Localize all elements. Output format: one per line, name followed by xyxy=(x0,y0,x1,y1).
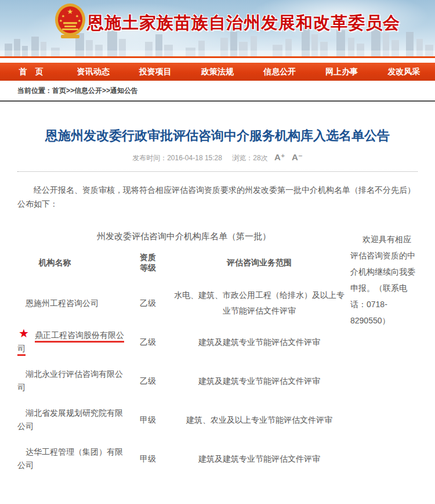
intro-paragraph: 经公开报名、资质审核，现将符合相应评估咨询资质要求的州发改委第一批中介机构名单（… xyxy=(17,183,418,211)
svg-text:★: ★ xyxy=(61,14,65,18)
org-table-body: 恩施州工程咨询公司乙级水电、建筑、市政公用工程（给排水）及以上专业节能评估文件评… xyxy=(17,284,350,478)
side-note: 欢迎具有相应评估咨询资质的中介机构继续向我委申报。（联系电话：0718-8290… xyxy=(350,231,418,329)
org-name: 湖北永业行评估咨询有限公司 xyxy=(17,369,123,392)
site-banner: ★ ★ ★ ★ ★ 恩施土家族苗族自治州发展和改革委员会 xyxy=(0,0,435,58)
table-row: 达华工程管理（集团）有限公司甲级建筑及建筑专业节能评估文件评审 xyxy=(17,440,350,478)
org-name-cell: 达华工程管理（集团）有限公司 xyxy=(17,440,128,478)
nav-item-news[interactable]: 资讯动态 xyxy=(62,67,124,77)
qualification-level: 乙级 xyxy=(128,284,168,323)
table-row: 湖北永业行评估咨询有限公司乙级建筑及建筑专业节能评估文件评审 xyxy=(17,362,350,401)
svg-text:★: ★ xyxy=(78,19,81,23)
dotted-divider xyxy=(17,171,418,172)
qualification-level: 乙级 xyxy=(128,323,168,362)
org-table: 机构名称 资质 等级 评估咨询业务范围 恩施州工程咨询公司乙级水电、建筑、市政公… xyxy=(17,242,350,478)
org-name: 湖北省发展规划研究院有限公司 xyxy=(17,408,123,431)
national-emblem-icon: ★ ★ ★ ★ ★ xyxy=(54,3,86,39)
org-name: 恩施州工程咨询公司 xyxy=(26,298,99,308)
header-qualification-level: 资质 等级 xyxy=(128,242,168,284)
font-increase-button[interactable]: A⁺ xyxy=(274,152,285,162)
nav-item-info-disclosure[interactable]: 信息公开 xyxy=(249,67,311,77)
service-scope: 建筑及建筑专业节能评估文件评审 xyxy=(168,323,350,362)
page: ★ ★ ★ ★ ★ 恩施土家族苗族自治州发展和改革委员会 首 页 资讯动态 投资… xyxy=(0,0,435,504)
org-name: 鼎正工程咨询股份有限公司 xyxy=(17,330,124,353)
article-meta: 发布时间：2016-04-18 15:28 浏览：28次 A⁺ A⁻ xyxy=(17,152,418,163)
nav-item-home[interactable]: 首 页 xyxy=(0,67,62,77)
org-name: 达华工程管理（集团）有限公司 xyxy=(17,447,123,470)
service-scope: 建筑及建筑专业节能评估文件评审 xyxy=(168,440,350,478)
svg-text:★: ★ xyxy=(67,8,74,16)
nav-item-online-service[interactable]: 网上办事 xyxy=(311,67,373,77)
nav-item-ndrc-style[interactable]: 发改风采 xyxy=(373,67,435,77)
qualification-level: 甲级 xyxy=(128,401,168,440)
service-scope: 水电、建筑、市政公用工程（给排水）及以上专业节能评估文件评审 xyxy=(168,284,350,323)
svg-text:★: ★ xyxy=(59,19,63,23)
nav-item-policy[interactable]: 政策法规 xyxy=(186,67,248,77)
org-name-cell: ★鼎正工程咨询股份有限公司 xyxy=(17,323,128,362)
svg-text:★: ★ xyxy=(75,14,79,18)
nav-item-investment[interactable]: 投资项目 xyxy=(124,67,186,77)
star-icon: ★ xyxy=(19,327,29,339)
font-decrease-button[interactable]: A⁻ xyxy=(292,152,303,162)
org-name-cell: 恩施州工程咨询公司 xyxy=(17,284,128,323)
article-content: 恩施州发改委行政审批评估咨询中介服务机构库入选名单公告 发布时间：2016-04… xyxy=(0,127,435,504)
breadcrumb-path[interactable]: 首页>>信息公开>>通知公告 xyxy=(52,87,138,95)
table-row: ★鼎正工程咨询股份有限公司乙级建筑及建筑专业节能评估文件评审 xyxy=(17,323,350,362)
header-level-line2: 等级 xyxy=(140,263,156,272)
org-name-cell: 湖北省发展规划研究院有限公司 xyxy=(17,401,128,440)
table-header-row: 机构名称 资质 等级 评估咨询业务范围 xyxy=(17,242,350,284)
header-level-line1: 资质 xyxy=(140,253,156,262)
breadcrumb-label: 当前位置： xyxy=(17,87,52,95)
table-row: 湖北省发展规划研究院有限公司甲级建筑、农业及以上专业节能评估文件评审 xyxy=(17,401,350,440)
service-scope: 建筑及建筑专业节能评估文件评审 xyxy=(168,362,350,401)
site-title: 恩施土家族苗族自治州发展和改革委员会 xyxy=(87,12,400,35)
publish-time: 发布时间：2016-04-18 15:28 xyxy=(132,154,222,162)
qualification-level: 乙级 xyxy=(128,362,168,401)
list-title: 州发改委评估咨询中介机构库名单（第一批） xyxy=(17,231,350,242)
service-scope: 建筑、农业及以上专业节能评估文件评审 xyxy=(168,401,350,440)
qualification-level: 甲级 xyxy=(128,440,168,478)
view-count: 浏览：28次 xyxy=(232,154,267,162)
header-org-name: 机构名称 xyxy=(17,242,128,284)
header-service-scope: 评估咨询业务范围 xyxy=(168,242,350,284)
main-nav: 首 页 资讯动态 投资项目 政策法规 信息公开 网上办事 发改风采 xyxy=(0,63,435,81)
org-name-cell: 湖北永业行评估咨询有限公司 xyxy=(17,362,128,401)
breadcrumb: 当前位置：首页>>信息公开>>通知公告 xyxy=(0,81,435,102)
table-row: 恩施州工程咨询公司乙级水电、建筑、市政公用工程（给排水）及以上专业节能评估文件评… xyxy=(17,284,350,323)
article-title: 恩施州发改委行政审批评估咨询中介服务机构库入选名单公告 xyxy=(17,127,418,145)
